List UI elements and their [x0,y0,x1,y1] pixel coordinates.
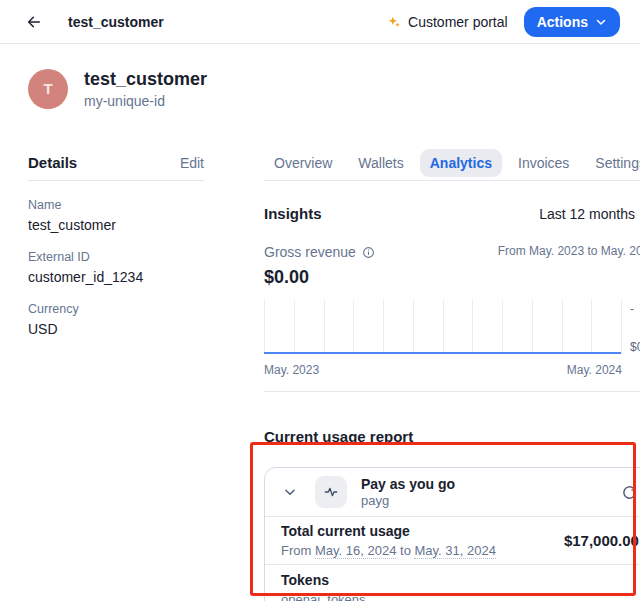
details-panel: Details Edit Name test_customer External… [28,145,204,601]
y-axis-bottom-label: $0 [630,340,640,354]
plan-code: payg [361,493,455,509]
chevron-down-icon [595,16,607,28]
gross-revenue-chart: - $0 [264,300,640,354]
plan-header-row: Pay as you go payg [265,468,640,516]
expand-toggle-button[interactable] [279,481,301,503]
detail-field-name: Name test_customer [28,198,204,233]
period-prefix: From [281,543,311,558]
usage-item-code: openai_tokens [281,591,366,601]
back-button[interactable] [22,10,46,34]
edit-details-button[interactable]: Edit [180,155,204,171]
usage-report-title: Current usage report [264,428,640,445]
tab-wallets[interactable]: Wallets [348,149,413,177]
tab-analytics[interactable]: Analytics [420,149,502,177]
activity-pulse-icon [315,476,347,508]
tab-overview[interactable]: Overview [264,149,342,177]
detail-field-currency: Currency USD [28,302,204,337]
gross-revenue-range: From May. 2023 to May. 2024 [498,244,640,258]
details-title: Details [28,154,77,171]
chevron-down-icon [283,485,297,499]
period-selector[interactable]: Last 12 months [539,206,640,222]
field-label: Currency [28,302,204,316]
usage-report-card: Pay as you go payg Total current usage F… [264,467,640,601]
customer-portal-button[interactable]: Customer portal [387,14,508,30]
customer-external-id: my-unique-id [84,93,207,109]
x-axis-end-label: May. 2024 [567,363,622,377]
tab-bar: Overview Wallets Analytics Invoices Sett… [264,145,640,181]
avatar: T [28,69,68,109]
arrow-left-icon [26,14,42,30]
field-value: test_customer [28,217,204,233]
total-usage-amount: $17,000.00 [564,532,639,549]
plan-name: Pay as you go [361,476,455,493]
field-label: Name [28,198,204,212]
main-panel: Overview Wallets Analytics Invoices Sett… [264,145,640,601]
total-usage-row: Total current usage From May. 16, 2024 t… [265,516,640,564]
top-bar: test_customer Customer portal Actions [0,0,640,44]
total-usage-label: Total current usage [281,523,496,540]
usage-item-name: Tokens [281,572,366,589]
info-icon[interactable] [362,246,375,259]
refresh-icon [621,484,638,501]
field-label: External ID [28,250,204,264]
field-value: USD [28,321,204,337]
usage-item-row: Tokens openai_tokens [265,564,640,601]
chart-plot-area [264,300,622,354]
tab-invoices[interactable]: Invoices [508,149,579,177]
refresh-button[interactable] [619,481,640,503]
actions-button[interactable]: Actions [524,7,620,37]
x-axis-start-label: May. 2023 [264,363,319,377]
sparkles-icon [387,15,401,29]
page-title: test_customer [68,14,164,30]
period-joiner: to [400,543,411,558]
detail-field-external-id: External ID customer_id_1234 [28,250,204,285]
customer-portal-label: Customer portal [408,14,508,30]
y-axis-top-label: - [630,302,640,316]
field-value: customer_id_1234 [28,269,204,285]
insights-title: Insights [264,205,322,222]
gross-revenue-value: $0.00 [264,267,640,288]
total-usage-period: From May. 16, 2024 to May. 31, 2024 [281,542,496,559]
section-divider [264,391,640,392]
tab-settings[interactable]: Settings [585,149,640,177]
period-label: Last 12 months [539,206,635,222]
period-to-date[interactable]: May. 31, 2024 [414,543,495,559]
customer-header: T test_customer my-unique-id [0,44,640,109]
customer-name: test_customer [84,68,207,90]
actions-label: Actions [537,14,588,30]
chart-zero-line [264,352,621,354]
gross-revenue-label: Gross revenue [264,244,356,260]
period-from-date[interactable]: May. 16, 2024 [315,543,396,559]
